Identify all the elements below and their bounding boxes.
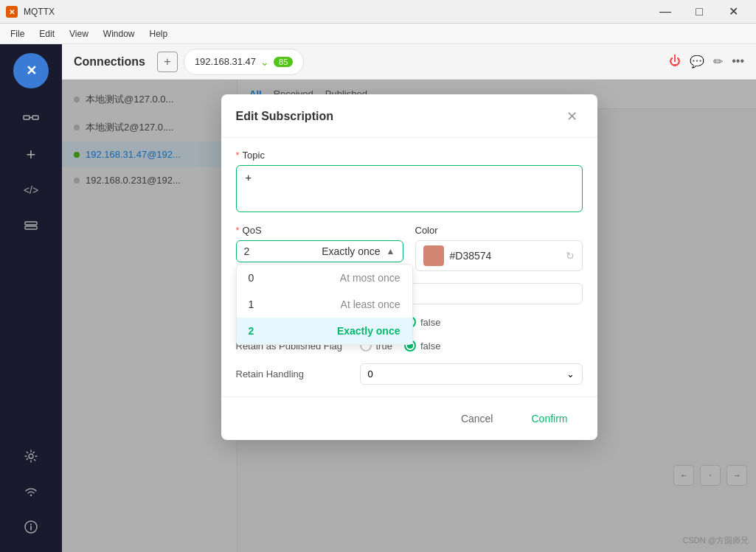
sidebar-icon-add[interactable]: + (15, 139, 47, 171)
retain-handling-label: Retain Handling (236, 368, 354, 380)
menu-window[interactable]: Window (96, 26, 142, 42)
edit-icon[interactable]: ✏ (713, 55, 723, 69)
content-area: Connections + 192.168.31.47 ⌄ 85 ⏻ 💬 ✏ •… (62, 44, 756, 552)
conn-tab-arrow: ⌄ (260, 56, 269, 68)
more-icon[interactable]: ••• (732, 55, 744, 69)
sidebar-icon-wifi[interactable] (15, 475, 47, 508)
color-label: Color (415, 225, 583, 236)
svg-point-8 (30, 495, 32, 496)
retain-published-false-label: false (420, 340, 440, 352)
qos-option-1[interactable]: 1 At least once (237, 291, 412, 318)
modal-body: * Topic + * QoS (221, 138, 597, 396)
qos-dropdown: 0 At most once 1 At least once (236, 264, 413, 345)
qos-selected-label: Exactly once (262, 245, 381, 257)
sidebar: ✕ + </> (0, 44, 62, 552)
qos-opt-num-2: 2 (249, 325, 263, 337)
color-label-text: Color (415, 225, 438, 236)
edit-subscription-modal: Edit Subscription ✕ * Topic + (221, 94, 597, 440)
app-body: ✕ + </> (0, 44, 756, 552)
power-icon[interactable]: ⏻ (669, 55, 681, 69)
qos-group: * QoS 2 Exactly once ▲ (236, 225, 403, 262)
cancel-button[interactable]: Cancel (446, 408, 508, 430)
qos-opt-num-1: 1 (249, 298, 263, 310)
svg-text:✕: ✕ (9, 8, 15, 16)
qos-opt-label-1: At least once (341, 298, 400, 310)
sidebar-icon-info[interactable] (15, 511, 47, 543)
modal-title: Edit Subscription (236, 110, 333, 123)
conn-tab-badge: 85 (274, 57, 293, 67)
menu-file[interactable]: File (3, 26, 32, 42)
retain-handling-select[interactable]: 0 ⌄ (360, 363, 583, 385)
topic-label-text: Topic (243, 150, 265, 161)
qos-option-0[interactable]: 0 At most once (237, 265, 412, 291)
svg-rect-3 (32, 116, 38, 119)
topic-label: * Topic (236, 150, 583, 161)
minimize-button[interactable]: — (648, 0, 682, 24)
maximize-button[interactable]: □ (682, 0, 716, 24)
connections-title: Connections (74, 55, 145, 69)
sidebar-logo: ✕ (13, 53, 49, 88)
qos-required: * (236, 225, 240, 236)
qos-label: * QoS (236, 225, 403, 236)
connection-bar: Connections + 192.168.31.47 ⌄ 85 ⏻ 💬 ✏ •… (62, 44, 756, 80)
qos-select[interactable]: 2 Exactly once ▲ (236, 240, 403, 262)
svg-rect-6 (25, 226, 37, 229)
connection-tab[interactable]: 192.168.31.47 ⌄ 85 (184, 49, 304, 75)
modal-overlay: Edit Subscription ✕ * Topic + (62, 80, 756, 552)
no-local-false-label: false (420, 317, 440, 328)
confirm-button[interactable]: Confirm (516, 408, 582, 430)
qos-selected-num: 2 (244, 245, 262, 257)
qos-arrow-icon: ▲ (386, 246, 395, 256)
conn-tab-ip: 192.168.31.47 (195, 56, 256, 67)
refresh-icon[interactable]: ↻ (566, 250, 575, 262)
menu-edit[interactable]: Edit (32, 26, 62, 42)
sidebar-icon-connections[interactable] (15, 103, 47, 136)
app-icon: ✕ (6, 6, 18, 18)
modal-header: Edit Subscription ✕ (221, 94, 597, 138)
retain-handling-group: Retain Handling 0 ⌄ (236, 363, 583, 385)
sidebar-icon-scripts[interactable]: </> (15, 174, 47, 206)
modal-footer: Cancel Confirm (221, 396, 597, 440)
qos-label-text: QoS (243, 225, 262, 236)
color-value: #D38574 (450, 250, 560, 262)
close-button[interactable]: ✕ (716, 0, 750, 24)
svg-rect-5 (25, 222, 37, 225)
svg-point-11 (30, 524, 32, 525)
svg-point-7 (29, 454, 33, 458)
menu-help[interactable]: Help (142, 26, 176, 42)
color-input[interactable]: #D38574 ↻ (415, 240, 583, 271)
connection-actions: ⏻ 💬 ✏ ••• (669, 55, 744, 69)
menu-bar: File Edit View Window Help (0, 24, 756, 44)
qos-color-row: * QoS 2 Exactly once ▲ (236, 225, 583, 271)
qos-opt-label-2: Exactly once (337, 325, 400, 337)
window-controls: — □ ✕ (648, 0, 750, 24)
retain-handling-value: 0 (368, 368, 373, 380)
topic-input[interactable]: + (236, 165, 583, 212)
svg-rect-2 (24, 116, 30, 119)
topic-group: * Topic + (236, 150, 583, 214)
color-group: Color #D38574 ↻ (415, 225, 583, 271)
qos-opt-label-0: At most once (340, 272, 400, 284)
title-bar: ✕ MQTTX — □ ✕ (0, 0, 756, 24)
sidebar-icon-storage[interactable] (15, 209, 47, 242)
app-title: MQTTX (24, 7, 55, 17)
color-swatch (423, 245, 444, 266)
sidebar-icon-settings[interactable] (15, 440, 47, 472)
add-connection-button[interactable]: + (157, 52, 178, 72)
qos-option-2[interactable]: 2 Exactly once (237, 318, 412, 344)
menu-view[interactable]: View (62, 26, 96, 42)
topic-required: * (236, 150, 240, 161)
modal-close-button[interactable]: ✕ (562, 106, 583, 127)
chat-icon[interactable]: 💬 (690, 55, 704, 69)
qos-opt-num-0: 0 (249, 272, 263, 284)
retain-handling-arrow: ⌄ (566, 368, 575, 380)
